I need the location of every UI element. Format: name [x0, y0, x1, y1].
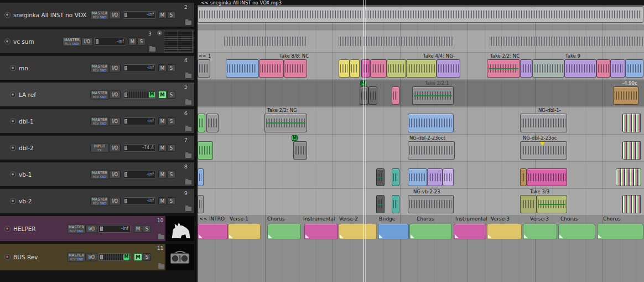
media-item[interactable] — [387, 59, 406, 78]
lane-vb-1[interactable] — [198, 162, 644, 188]
region-bar[interactable] — [523, 224, 557, 239]
lane-vb-2[interactable]: NG-vb-2-23Take 3/3 — [198, 189, 644, 215]
routing-button[interactable]: MASTERRCV SND — [90, 116, 109, 126]
media-item[interactable] — [406, 59, 437, 78]
solo-button[interactable]: S — [143, 225, 151, 233]
media-item[interactable] — [622, 114, 641, 132]
volume-fader[interactable]: -inf — [123, 197, 156, 205]
media-item[interactable] — [198, 59, 210, 78]
media-item[interactable] — [564, 59, 596, 78]
io-button[interactable]: I/O — [86, 224, 97, 233]
media-item[interactable] — [427, 168, 443, 186]
record-arm-button[interactable] — [10, 198, 16, 204]
solo-button[interactable]: S — [167, 11, 175, 19]
io-button[interactable]: I/O — [109, 64, 121, 72]
media-item[interactable] — [520, 59, 532, 78]
folder-icon[interactable] — [185, 127, 191, 131]
region-bar[interactable] — [487, 224, 522, 239]
lane-vc-sum[interactable] — [198, 30, 644, 52]
media-item[interactable] — [350, 59, 360, 78]
folder-icon[interactable] — [158, 264, 164, 269]
media-item[interactable] — [622, 141, 641, 160]
media-item[interactable] — [520, 195, 537, 213]
region-bar[interactable] — [558, 224, 595, 239]
media-item[interactable] — [376, 195, 385, 213]
media-item[interactable] — [198, 6, 643, 23]
media-item[interactable] — [408, 195, 454, 213]
io-button[interactable]: I/O — [109, 143, 121, 152]
media-item[interactable] — [532, 59, 564, 78]
lane-dbl-2[interactable]: MNG-dbl-2-23octNG-dbl-2-23oc — [198, 135, 644, 161]
io-button[interactable]: I/O — [109, 197, 121, 205]
media-item[interactable] — [368, 86, 377, 105]
track-panel[interactable]: vb-2MASTERRCV SNDI/O-infMS9 — [0, 189, 194, 213]
routing-button[interactable]: MASTERRCV SND — [90, 170, 109, 179]
record-arm-button[interactable] — [10, 145, 16, 151]
media-item[interactable] — [206, 114, 219, 132]
routing-button[interactable]: MASTERRCV SND — [90, 90, 109, 99]
media-item[interactable] — [596, 59, 610, 78]
routing-button[interactable]: MASTERRCV SND — [67, 224, 86, 233]
region-bar[interactable] — [228, 224, 261, 239]
record-arm-button[interactable] — [4, 38, 11, 44]
mute-button[interactable]: M — [158, 11, 167, 19]
volume-fader[interactable]: -inf — [123, 117, 156, 125]
track-panel[interactable]: vb-1MASTERRCV SNDI/O-infMS8 — [0, 162, 194, 186]
region-bar[interactable] — [304, 224, 338, 239]
record-arm-button[interactable] — [4, 12, 11, 18]
media-item[interactable] — [622, 195, 641, 213]
region-bar[interactable] — [267, 224, 301, 239]
media-item[interactable] — [408, 168, 427, 186]
io-button[interactable]: I/O — [109, 90, 121, 99]
track-panel[interactable]: dbl-2INPUTFX I/O-74.4MS7 — [0, 136, 194, 160]
media-item[interactable] — [198, 195, 204, 213]
media-item[interactable] — [392, 195, 399, 213]
folder-icon[interactable] — [185, 207, 191, 211]
media-item[interactable] — [443, 168, 454, 186]
media-item[interactable] — [392, 86, 399, 105]
folder-icon[interactable] — [185, 153, 191, 158]
solo-button[interactable]: S — [137, 38, 146, 45]
dropdown-icon[interactable]: ▾ — [157, 30, 163, 36]
media-item[interactable] — [360, 86, 368, 105]
media-item[interactable] — [370, 59, 387, 78]
folder-icon[interactable] — [158, 235, 164, 239]
volume-fader[interactable]: -inf — [98, 225, 131, 233]
folder-icon[interactable] — [185, 20, 191, 25]
track-panel[interactable]: mnMASTERRCV SNDI/O-infMS4 — [0, 56, 194, 80]
volume-fader[interactable]: M — [123, 91, 156, 99]
media-item[interactable] — [520, 141, 567, 160]
mute-button[interactable]: M — [158, 117, 167, 125]
lane-la-ref[interactable]: MTake 2/2:1-4.90c — [198, 80, 644, 106]
routing-button[interactable]: MASTERRCV SND — [90, 10, 109, 19]
routing-button[interactable]: MASTERRCV SND — [63, 37, 81, 46]
media-item[interactable] — [412, 86, 454, 105]
solo-button[interactable]: S — [167, 144, 175, 152]
media-item[interactable] — [487, 59, 520, 78]
media-item[interactable] — [259, 59, 284, 78]
record-arm-button[interactable] — [4, 225, 11, 232]
mute-button[interactable]: M — [158, 91, 167, 99]
folder-icon[interactable] — [185, 74, 191, 78]
record-arm-button[interactable] — [10, 65, 16, 71]
media-item[interactable] — [198, 114, 205, 132]
media-item[interactable] — [226, 59, 259, 78]
media-item[interactable] — [408, 114, 454, 132]
media-item[interactable] — [537, 195, 567, 213]
record-arm-button[interactable] — [10, 171, 16, 177]
media-item[interactable] — [339, 59, 350, 78]
track-panel[interactable]: sneginka All INST no VOXMASTERRCV SNDI/O… — [0, 3, 194, 27]
media-item[interactable] — [437, 59, 460, 78]
region-bar[interactable] — [409, 224, 452, 239]
solo-button[interactable]: S — [167, 64, 175, 72]
mute-button[interactable]: M — [128, 38, 137, 45]
folder-icon[interactable] — [149, 47, 155, 52]
media-item[interactable] — [198, 141, 213, 160]
folder-icon[interactable] — [185, 180, 191, 184]
record-arm-button[interactable] — [4, 254, 11, 260]
media-item[interactable] — [408, 141, 455, 160]
media-item[interactable] — [527, 168, 567, 186]
region-bar[interactable] — [597, 224, 643, 239]
mute-button[interactable]: M — [158, 144, 167, 152]
mute-button[interactable]: M — [134, 253, 142, 261]
